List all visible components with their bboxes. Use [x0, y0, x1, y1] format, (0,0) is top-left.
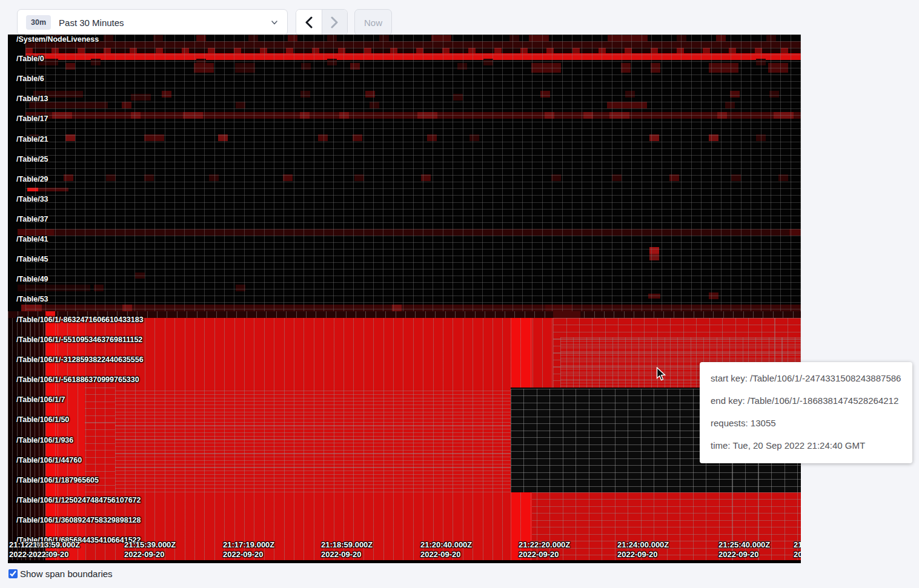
tooltip-end-key: end key: /Table/106/1/-18683814745282642…: [711, 395, 901, 406]
heatmap-region: [45, 492, 511, 560]
chevron-right-icon: [330, 16, 339, 28]
time-range-select[interactable]: 30m Past 30 Minutes: [17, 9, 288, 36]
now-button[interactable]: Now: [354, 9, 392, 36]
show-span-boundaries-label: Show span boundaries: [20, 569, 113, 579]
heatmap-region: [511, 492, 532, 560]
heatmap-region: [511, 492, 801, 560]
footer: Show span boundaries: [8, 569, 113, 579]
heatmap-region: [8, 560, 801, 563]
heatmap-region: [115, 391, 511, 492]
heatmap-region: [45, 311, 55, 318]
heatmap-region: [25, 35, 801, 311]
time-range-badge: 30m: [26, 15, 51, 30]
next-time-button[interactable]: [322, 10, 347, 35]
prev-time-button[interactable]: [296, 10, 322, 35]
time-nav-group: [296, 9, 348, 36]
heatmap-region: [8, 318, 45, 560]
tooltip-time: time: Tue, 20 Sep 2022 21:24:40 GMT: [711, 440, 901, 451]
heatmap-region: [45, 318, 58, 560]
key-visualizer-heatmap[interactable]: /System/NodeLiveness/Table/0/Table/6/Tab…: [8, 35, 801, 563]
heatmap-region: [511, 318, 532, 388]
tooltip-start-key: start key: /Table/106/1/-247433150824388…: [711, 372, 901, 384]
heatmap-region: [553, 311, 580, 318]
time-range-label: Past 30 Minutes: [59, 18, 270, 28]
heatmap-region: [58, 318, 85, 560]
tooltip-requests: requests: 13055: [711, 417, 901, 429]
chevron-down-icon: [270, 18, 279, 27]
heatmap-region: [45, 318, 553, 388]
show-span-boundaries-checkbox[interactable]: [8, 569, 18, 578]
heatmap-region: [8, 311, 801, 318]
chevron-left-icon: [305, 16, 313, 28]
heatmap-tooltip: start key: /Table/106/1/-247433150824388…: [700, 362, 912, 463]
toolbar: 30m Past 30 Minutes Now: [0, 0, 919, 35]
heatmap-region: [85, 388, 115, 492]
